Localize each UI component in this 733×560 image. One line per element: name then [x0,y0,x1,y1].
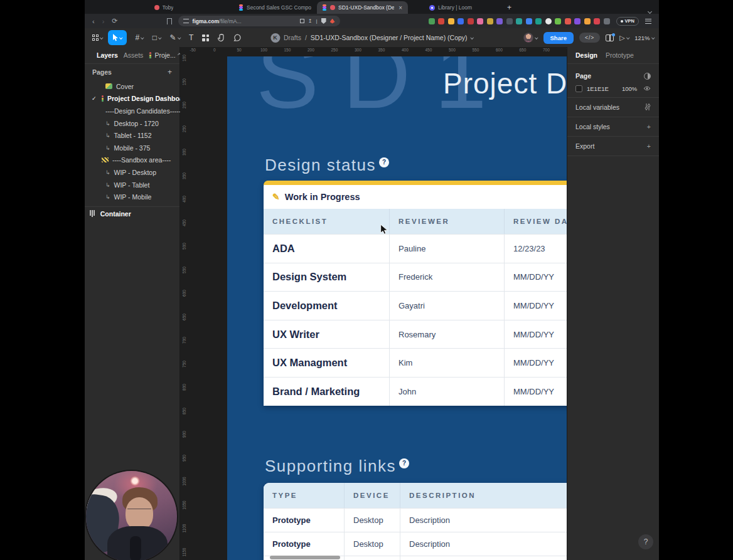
tab-sd1-sandbox-active[interactable]: SD1-UXD-Sandbox (Desig × [317,1,408,14]
page-item-tablet-1152[interactable]: ↳ Tablet - 1152 [85,129,179,142]
color-hex-value[interactable]: 1E1E1E [587,85,609,92]
page-color-row[interactable]: 1E1E1E 100% [567,85,659,97]
extension-icon[interactable] [457,18,464,24]
table-row[interactable]: Brand / Marketing John MM/DD/YY [264,377,567,406]
extension-icon[interactable] [438,18,444,24]
file-switcher[interactable]: Proje... [149,51,180,59]
extension-icon[interactable] [535,18,542,24]
zoom-menu[interactable]: 121% [634,34,654,41]
tab-second-sales[interactable]: Second Sales GSC Component E [233,1,317,14]
page-item-design-candidates[interactable]: ----Design Candidates----- [85,105,179,117]
extension-icon[interactable] [565,18,571,24]
browser-menu-icon[interactable] [645,19,651,24]
tab-design[interactable]: Design [575,51,597,59]
dev-mode-toggle[interactable]: </> [579,33,600,43]
tab-toby[interactable]: Toby [94,1,233,14]
bookmark-icon[interactable] [167,18,172,24]
design-status-card[interactable]: ✎ Work in Progress CHECKLIST REVIEWER RE… [264,181,567,406]
extension-icon[interactable] [448,18,454,24]
extension-icon[interactable] [594,18,600,24]
table-row[interactable]: Prototype Desktop Description [264,532,567,556]
tab-close-icon[interactable]: × [399,4,402,11]
page-item-wip-mobile[interactable]: ↳ WIP - Mobile [85,191,179,203]
extension-in-url-icon[interactable] [300,19,304,23]
design-frame[interactable]: SD1 Project D Design status? ✎ Work in P… [227,56,567,560]
share-page-icon[interactable]: ↥ [308,18,313,24]
user-avatar[interactable] [523,33,533,43]
page-item-wip-desktop[interactable]: ↳ WIP - Desktop [85,166,179,179]
extension-icon[interactable] [604,18,610,24]
table-row[interactable]: UX Managment Kim MM/DD/YY [264,348,567,377]
frame-tool-button[interactable]: # [136,33,144,42]
extension-icon[interactable] [574,18,581,24]
page-item-desktop-1720[interactable]: ↳ Desktop - 1720 [85,117,179,130]
tab-layers[interactable]: Layers [97,51,118,59]
file-name[interactable]: SD1-UXD-Sandbox (Designer / Project Name… [311,34,468,41]
page-item-mobile-375[interactable]: ↳ Mobile - 375 [85,142,179,154]
vpn-badge[interactable]: VPN [616,17,639,26]
hand-tool-button[interactable] [218,34,225,41]
page-visibility-icon[interactable] [644,73,651,80]
shape-tool-button[interactable]: □ [152,33,161,42]
table-row[interactable]: Design System Frederick MM/DD/YY [264,263,567,292]
shield-icon[interactable] [321,18,326,24]
text-tool-button[interactable]: T [189,33,193,42]
figma-canvas[interactable]: -500501001502002503003504004505005506006… [180,47,567,560]
page-item-sandbox-area[interactable]: ----Sandbox area---- [85,154,179,167]
page-item-cover[interactable]: Cover [85,80,179,93]
tab-assets[interactable]: Assets [124,51,144,59]
add-page-button[interactable]: + [168,68,172,77]
back-button[interactable]: ‹ [92,18,95,25]
extension-icon[interactable] [545,18,552,24]
table-row[interactable]: ADA Pauline 12/23/23 [264,234,567,263]
table-row[interactable]: UX Writer Rosemary MM/DD/YY [264,320,567,349]
extension-icon[interactable] [516,18,522,24]
figma-help-button[interactable]: ? [638,534,653,549]
layer-item-container[interactable]: Container [85,207,179,221]
local-variables-section[interactable]: Local variables [567,98,659,117]
file-menu-chevron-icon[interactable] [471,36,474,40]
table-row[interactable]: Development Gayatri MM/DD/YY [264,291,567,320]
resources-button[interactable] [202,34,209,41]
new-tab-button[interactable]: + [507,3,511,14]
extension-icon[interactable] [496,18,503,24]
help-badge-icon[interactable]: ? [379,157,389,167]
move-tool-button-active[interactable] [108,30,127,45]
table-row[interactable]: Prototype Desktop Description [264,508,567,532]
color-opacity-value[interactable]: 100% [622,85,637,92]
present-button[interactable]: ▷ [619,34,629,42]
help-badge-icon[interactable]: ? [399,458,409,468]
eye-icon[interactable] [643,85,651,92]
extension-icon[interactable] [526,18,532,24]
extension-icon[interactable] [506,18,513,24]
extension-icon[interactable] [487,18,493,24]
extension-icon[interactable] [584,18,591,24]
export-section[interactable]: Export + [567,137,659,156]
page-item-project-design-dashboard[interactable]: ✓ Project Design Dashboard [85,93,179,105]
site-settings-icon[interactable] [183,19,189,23]
add-style-button[interactable]: + [647,123,651,130]
breadcrumb-root[interactable]: Drafts [284,34,301,41]
extension-icon[interactable] [555,18,561,24]
add-export-button[interactable]: + [647,142,651,150]
url-bar[interactable]: figma.com/file/mA... ↥ | [178,16,340,26]
reload-button[interactable]: ⟳ [112,17,117,25]
tab-prototype[interactable]: Prototype [606,51,634,59]
library-icon[interactable] [606,34,614,41]
supporting-links-card[interactable]: TYPE DEVICE DESCRIPTION Prototype Deskto… [264,483,567,560]
pin-icon[interactable] [330,19,335,24]
extension-icon[interactable] [429,18,435,24]
forward-button[interactable]: › [102,18,105,25]
extension-icon[interactable] [468,18,474,24]
account-menu[interactable] [523,33,538,43]
team-avatar[interactable]: K [270,33,280,43]
pen-tool-button[interactable]: ✎ [169,33,180,42]
horizontal-scrollbar-thumb[interactable] [270,556,340,559]
page-item-wip-tablet[interactable]: ↳ WIP - Tablet [85,179,179,191]
comment-tool-button[interactable] [233,34,241,41]
variables-icon[interactable] [645,103,651,112]
main-menu-button[interactable] [92,34,103,41]
color-swatch[interactable] [575,85,582,92]
share-button[interactable]: Share [543,32,574,44]
extension-icon[interactable] [477,18,483,24]
